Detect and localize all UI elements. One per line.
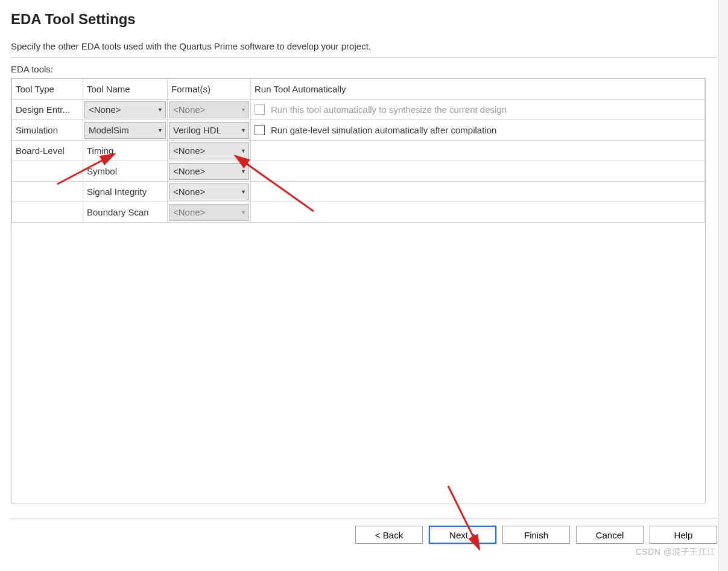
table-header-row: Tool Type Tool Name Format(s) Run Tool A…: [12, 79, 705, 100]
col-header-runauto[interactable]: Run Tool Automatically: [251, 79, 705, 100]
back-button[interactable]: < Back: [355, 526, 423, 544]
chevron-down-icon: ▼: [241, 107, 246, 113]
cell-auto: [251, 161, 705, 182]
cell-toolname: Symbol: [83, 161, 168, 182]
dropdown-value: <None>: [173, 166, 205, 176]
auto-synthesize-label: Run this tool automatically to synthesiz…: [271, 104, 507, 115]
col-header-toolname[interactable]: Tool Name: [83, 79, 168, 100]
cell-toolname: Signal Integrity: [83, 182, 168, 202]
help-button[interactable]: Help: [650, 526, 717, 544]
dropdown-value: Verilog HDL: [173, 125, 221, 135]
cell-auto: [251, 182, 705, 202]
cell-tooltype: Design Entr...: [12, 100, 83, 120]
dropdown-value: <None>: [89, 104, 121, 115]
finish-button[interactable]: Finish: [502, 526, 570, 544]
dropdown-value: <None>: [173, 145, 205, 156]
watermark: CSDN @混子王江江: [636, 547, 716, 558]
format-dropdown-symbol[interactable]: <None> ▼: [169, 163, 249, 180]
table-row: Simulation ModelSim ▼ Verilog HDL ▼: [12, 120, 705, 141]
col-header-tooltype[interactable]: Tool Type: [12, 79, 83, 100]
cell-tooltype: Board-Level: [12, 141, 83, 161]
eda-tools-table-container: Tool Type Tool Name Format(s) Run Tool A…: [11, 78, 706, 503]
cell-auto: [251, 202, 705, 223]
cancel-button[interactable]: Cancel: [576, 526, 644, 544]
cell-tooltype: [12, 202, 83, 223]
cell-toolname: Timing: [83, 141, 168, 161]
dropdown-value: <None>: [173, 104, 205, 115]
table-row: Design Entr... <None> ▼ <None> ▼: [12, 100, 705, 120]
auto-synthesize-checkbox: [255, 104, 265, 115]
toolname-dropdown-design-entry[interactable]: <None> ▼: [84, 101, 166, 118]
eda-tools-label: EDA tools:: [11, 64, 717, 74]
eda-tools-table: Tool Type Tool Name Format(s) Run Tool A…: [11, 78, 705, 223]
format-dropdown-signal-integrity[interactable]: <None> ▼: [169, 183, 249, 200]
dropdown-value: <None>: [173, 187, 205, 197]
format-dropdown-boundary-scan: <None> ▼: [169, 204, 249, 221]
toolname-dropdown-simulation[interactable]: ModelSim ▼: [84, 122, 166, 139]
dropdown-value: ModelSim: [89, 125, 129, 135]
col-header-formats[interactable]: Format(s): [168, 79, 251, 100]
next-button[interactable]: Next >: [429, 526, 496, 544]
wizard-button-row: < Back Next > Finish Cancel Help: [0, 518, 728, 544]
page-title: EDA Tool Settings: [11, 11, 717, 28]
format-dropdown-design-entry: <None> ▼: [169, 101, 249, 118]
cell-auto: [251, 141, 705, 161]
table-row: Boundary Scan <None> ▼: [12, 202, 705, 223]
cell-tooltype: [12, 161, 83, 182]
auto-gate-level-sim-label: Run gate-level simulation automatically …: [271, 125, 496, 135]
auto-gate-level-sim-checkbox[interactable]: [255, 125, 265, 135]
dropdown-value: <None>: [173, 207, 205, 217]
cell-tooltype: Simulation: [12, 120, 83, 141]
chevron-down-icon: ▼: [241, 209, 246, 215]
cell-tooltype: [12, 182, 83, 202]
chevron-down-icon: ▼: [241, 127, 246, 133]
right-strip: [718, 0, 728, 571]
table-row: Signal Integrity <None> ▼: [12, 182, 705, 202]
chevron-down-icon: ▼: [241, 189, 246, 195]
table-row: Board-Level Timing <None> ▼: [12, 141, 705, 161]
cell-toolname: Boundary Scan: [83, 202, 168, 223]
format-dropdown-timing[interactable]: <None> ▼: [169, 142, 249, 159]
page-subtitle: Specify the other EDA tools used with th…: [11, 41, 717, 58]
chevron-down-icon: ▼: [157, 127, 163, 133]
chevron-down-icon: ▼: [157, 107, 163, 113]
table-row: Symbol <None> ▼: [12, 161, 705, 182]
format-dropdown-simulation[interactable]: Verilog HDL ▼: [169, 122, 249, 139]
chevron-down-icon: ▼: [241, 148, 246, 154]
eda-tool-settings-dialog: EDA Tool Settings Specify the other EDA …: [0, 0, 728, 503]
chevron-down-icon: ▼: [241, 168, 246, 174]
